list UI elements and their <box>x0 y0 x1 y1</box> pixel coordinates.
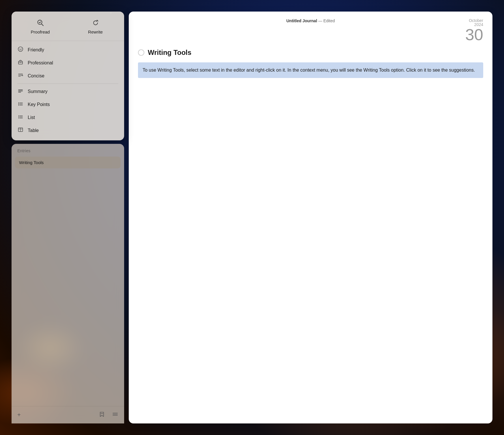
concise-label: Concise <box>28 73 44 79</box>
key-points-label: Key Points <box>28 102 50 107</box>
svg-point-23 <box>18 105 19 106</box>
journal-separator: — <box>318 18 323 23</box>
svg-point-5 <box>18 47 23 51</box>
list-view-button[interactable] <box>111 410 120 420</box>
svg-point-4 <box>97 20 97 20</box>
menu-item-professional[interactable]: Professional <box>13 56 123 69</box>
svg-point-6 <box>20 49 20 49</box>
proofread-icon <box>37 19 44 28</box>
list-view-icon <box>112 412 118 419</box>
professional-icon <box>17 59 24 66</box>
friendly-icon <box>17 46 24 53</box>
journal-day: 30 <box>465 25 483 44</box>
rewrite-button[interactable]: Rewrite <box>69 16 122 37</box>
menu-item-list[interactable]: List <box>13 111 123 124</box>
svg-point-7 <box>21 49 22 49</box>
journal-title-area: Untitled Journal — Edited <box>253 18 368 24</box>
proofread-label: Proofread <box>31 29 50 34</box>
svg-rect-27 <box>18 117 19 118</box>
entry-item-label: Writing Tools <box>19 160 44 165</box>
selected-text: To use Writing Tools, select some text i… <box>143 68 475 72</box>
entry-item-writing-tools[interactable]: Writing Tools <box>15 157 121 168</box>
journal-header: Untitled Journal — Edited October2024 30 <box>138 18 483 43</box>
panel-top-row: Proofread Rewrite <box>12 16 124 41</box>
list-icon <box>17 114 24 121</box>
svg-rect-29 <box>18 118 19 119</box>
friendly-label: Friendly <box>28 47 44 53</box>
entries-header: Entries <box>12 144 124 155</box>
summary-label: Summary <box>28 89 47 94</box>
rewrite-icon <box>92 19 99 28</box>
divider-1 <box>17 83 118 84</box>
key-points-icon <box>17 101 24 108</box>
content-area: Untitled Journal — Edited October2024 30… <box>124 12 492 423</box>
menu-item-concise[interactable]: Concise <box>13 69 123 82</box>
table-icon <box>17 127 24 134</box>
bookmark-button[interactable] <box>98 410 106 420</box>
summary-icon <box>17 88 24 95</box>
svg-point-19 <box>18 103 19 103</box>
bookmark-icon <box>99 412 105 419</box>
svg-rect-25 <box>18 116 19 116</box>
menu-item-table[interactable]: Table <box>13 124 123 137</box>
panel-menu-items: Friendly Professional <box>12 43 124 137</box>
entry-checkbox[interactable] <box>138 49 144 56</box>
add-entry-button[interactable]: + <box>16 410 22 419</box>
sidebar: Proofread Rewrite <box>12 12 124 423</box>
proofread-button[interactable]: Proofread <box>14 16 67 37</box>
svg-point-21 <box>18 104 19 105</box>
list-label: List <box>28 115 35 120</box>
svg-point-2 <box>97 20 98 21</box>
selected-text-block: To use Writing Tools, select some text i… <box>138 62 483 78</box>
journal-date-area: October2024 30 <box>368 18 483 43</box>
svg-line-1 <box>41 24 43 26</box>
svg-point-3 <box>98 21 98 22</box>
professional-label: Professional <box>28 60 53 66</box>
journal-card: Untitled Journal — Edited October2024 30… <box>129 12 492 423</box>
menu-item-friendly[interactable]: Friendly <box>13 43 123 56</box>
entries-footer: + <box>12 406 124 423</box>
journal-status: Edited <box>323 18 335 23</box>
menu-item-key-points[interactable]: Key Points <box>13 98 123 111</box>
svg-rect-34 <box>101 413 103 414</box>
add-icon: + <box>17 412 21 418</box>
concise-icon <box>17 72 24 79</box>
entries-panel: Entries Writing Tools + <box>12 144 124 423</box>
entries-list: Writing Tools <box>12 155 124 406</box>
journal-entry-header: Writing Tools <box>138 49 483 57</box>
rewrite-label: Rewrite <box>88 29 103 34</box>
entry-title: Writing Tools <box>148 49 191 57</box>
writing-tools-panel: Proofread Rewrite <box>12 12 124 140</box>
journal-subtitle: Untitled Journal — Edited <box>253 18 368 23</box>
journal-title: Untitled Journal <box>286 18 317 23</box>
menu-item-summary[interactable]: Summary <box>13 85 123 98</box>
table-label: Table <box>28 128 39 133</box>
entries-label: Entries <box>17 148 31 153</box>
